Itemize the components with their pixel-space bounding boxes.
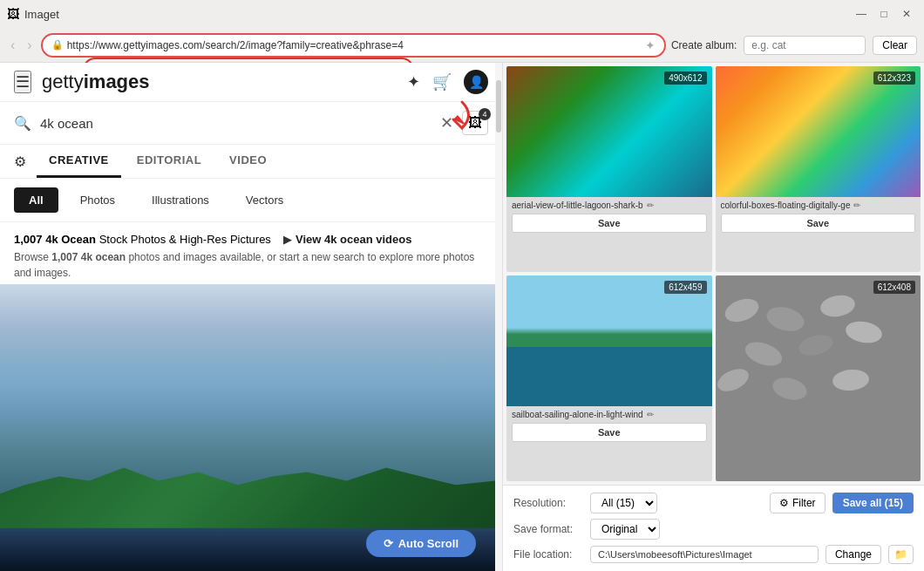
resolution-row: Resolution: All (15) ⚙ Filter Save all (… bbox=[513, 493, 914, 513]
titlebar-left: 🖼 Imaget bbox=[7, 7, 59, 21]
app-title: Imaget bbox=[24, 8, 59, 21]
filter-button[interactable]: ⚙ Filter bbox=[770, 493, 825, 513]
image-card-fish[interactable]: 612x408 huge-catch-of-herring-fish-on-th… bbox=[716, 275, 921, 481]
image-card-colorful[interactable]: 612x323 colorful-boxes-floating-digitall… bbox=[716, 66, 921, 272]
titlebar-controls: — □ ✕ bbox=[851, 6, 917, 22]
format-row: Save format: Original bbox=[513, 519, 914, 540]
left-panel: ☰ gettyimages ✦ 🛒 👤 🔍 ✕ 🖼 4 bbox=[0, 63, 503, 571]
getty-header: ☰ gettyimages ✦ 🛒 👤 bbox=[0, 63, 502, 102]
forward-button[interactable]: › bbox=[24, 36, 35, 55]
video-icon: ▶ bbox=[283, 233, 292, 246]
minimize-button[interactable]: — bbox=[851, 6, 872, 22]
image-card-sailboat[interactable]: 612x459 sailboat-sailing-alone-in-light-… bbox=[506, 275, 712, 481]
auto-scroll-label: Auto Scroll bbox=[398, 537, 459, 550]
image-name-aerial: aerial-view-of-little-lagoon-shark-b ✏ bbox=[506, 197, 712, 212]
tab-creative[interactable]: CREATIVE bbox=[37, 145, 121, 178]
folder-button[interactable]: 📁 bbox=[888, 545, 914, 564]
browser-toolbar: ‹ › 🔒 ✦ Create album: Clear bbox=[0, 28, 924, 63]
tab-video[interactable]: VIDEO bbox=[217, 145, 279, 178]
results-description: Browse 1,007 4k ocean photos and images … bbox=[14, 249, 488, 281]
image-name-sailboat: sailboat-sailing-alone-in-light-wind ✏ bbox=[506, 406, 712, 421]
results-count: 1,007 4k Ocean Stock Photos & High-Res P… bbox=[14, 233, 275, 246]
image-aerial bbox=[506, 66, 712, 197]
pill-illustrations[interactable]: Illustrations bbox=[137, 187, 224, 213]
fish-pattern bbox=[716, 275, 921, 481]
clear-button[interactable]: Clear bbox=[873, 36, 917, 55]
auto-scroll-button[interactable]: ⟳ Auto Scroll bbox=[366, 530, 476, 557]
filter-tabs: ⚙ CREATIVE EDITORIAL VIDEO bbox=[0, 145, 502, 179]
results-header: 1,007 4k Ocean Stock Photos & High-Res P… bbox=[0, 222, 502, 284]
view-videos-link[interactable]: View 4k ocean videos bbox=[296, 233, 411, 246]
header-icons: ✦ 🛒 👤 bbox=[407, 70, 488, 94]
bookmark-icon: ✦ bbox=[645, 38, 656, 52]
create-album-input[interactable] bbox=[744, 36, 866, 55]
pill-vectors[interactable]: Vectors bbox=[231, 187, 298, 213]
format-select[interactable]: Original bbox=[590, 519, 660, 540]
hamburger-menu[interactable]: ☰ bbox=[14, 71, 31, 93]
image-sailboat bbox=[506, 275, 712, 406]
image-dim-sailboat: 612x459 bbox=[664, 281, 706, 294]
save-colorful-button[interactable]: Save bbox=[721, 214, 916, 233]
app-icon: 🖼 bbox=[7, 7, 19, 21]
maximize-button[interactable]: □ bbox=[873, 6, 894, 22]
titlebar: 🖼 Imaget — □ ✕ bbox=[0, 0, 924, 28]
change-button[interactable]: Change bbox=[825, 545, 881, 564]
pill-all[interactable]: All bbox=[14, 187, 58, 213]
search-input[interactable] bbox=[40, 116, 431, 131]
image-fish bbox=[716, 275, 921, 406]
main-layout: ☰ gettyimages ✦ 🛒 👤 🔍 ✕ 🖼 4 bbox=[0, 63, 924, 571]
resolution-label: Resolution: bbox=[513, 497, 583, 509]
auto-scroll-icon: ⟳ bbox=[384, 537, 393, 550]
back-button[interactable]: ‹ bbox=[7, 36, 18, 55]
right-panel: 490x612 aerial-view-of-little-lagoon-sha… bbox=[503, 63, 924, 571]
ssl-icon: 🔒 bbox=[51, 39, 64, 51]
location-input[interactable] bbox=[590, 546, 819, 563]
results-subject: 4k Ocean bbox=[45, 233, 96, 246]
cart-button[interactable]: 🛒 bbox=[432, 72, 452, 92]
getty-logo: gettyimages bbox=[42, 71, 150, 93]
image-dim-colorful: 612x323 bbox=[873, 71, 915, 85]
create-album-label: Create album: bbox=[671, 39, 737, 51]
preview-image-container: ⟳ Auto Scroll bbox=[0, 284, 502, 571]
search-bar: 🔍 ✕ 🖼 4 bbox=[0, 102, 502, 145]
results-count-line: 1,007 4k Ocean Stock Photos & High-Res P… bbox=[14, 233, 488, 246]
image-dim-fish: 612x408 bbox=[873, 281, 915, 294]
results-type: Stock Photos & High-Res Pictures bbox=[99, 233, 271, 246]
close-button[interactable]: ✕ bbox=[896, 6, 917, 22]
logo-getty: getty bbox=[42, 71, 84, 92]
image-card-aerial[interactable]: 490x612 aerial-view-of-little-lagoon-sha… bbox=[506, 66, 712, 272]
filter-label: Filter bbox=[792, 497, 816, 509]
location-label: File location: bbox=[513, 548, 583, 561]
address-input[interactable] bbox=[67, 39, 645, 51]
filter-adjust-icon[interactable]: ⚙ bbox=[14, 153, 26, 170]
address-bar-wrapper: 🔒 ✦ bbox=[41, 33, 666, 58]
preview-sky bbox=[0, 284, 495, 571]
location-row: File location: Change 📁 bbox=[513, 545, 914, 564]
edit-icon-2: ✏ bbox=[853, 201, 860, 210]
scroll-thumb[interactable] bbox=[496, 80, 501, 133]
sparkle-button[interactable]: ✦ bbox=[407, 72, 420, 92]
image-search-badge: 4 bbox=[479, 108, 491, 120]
browser-right: Create album: Clear bbox=[671, 36, 917, 55]
save-all-button[interactable]: Save all (15) bbox=[832, 493, 914, 513]
save-sailboat-button[interactable]: Save bbox=[512, 423, 707, 442]
image-colorful bbox=[716, 66, 921, 197]
format-label: Save format: bbox=[513, 523, 583, 535]
search-icon: 🔍 bbox=[14, 115, 31, 132]
user-button[interactable]: 👤 bbox=[464, 70, 488, 94]
logo-images: images bbox=[84, 71, 150, 92]
filter-icon: ⚙ bbox=[779, 497, 789, 509]
edit-icon-3: ✏ bbox=[647, 410, 654, 419]
image-search-button[interactable]: 🖼 4 bbox=[462, 111, 488, 135]
tab-editorial[interactable]: EDITORIAL bbox=[125, 145, 214, 178]
save-aerial-button[interactable]: Save bbox=[512, 214, 707, 233]
edit-icon: ✏ bbox=[647, 201, 654, 210]
image-grid: 490x612 aerial-view-of-little-lagoon-sha… bbox=[503, 63, 924, 485]
bottom-controls: Resolution: All (15) ⚙ Filter Save all (… bbox=[503, 485, 924, 571]
pill-photos[interactable]: Photos bbox=[65, 187, 130, 213]
resolution-select[interactable]: All (15) bbox=[590, 493, 657, 513]
scrollbar[interactable] bbox=[495, 63, 502, 571]
image-name-colorful: colorful-boxes-floating-digitally-ge ✏ bbox=[716, 197, 921, 212]
search-clear-button[interactable]: ✕ bbox=[440, 113, 453, 133]
category-pills: All Photos Illustrations Vectors bbox=[0, 179, 502, 222]
